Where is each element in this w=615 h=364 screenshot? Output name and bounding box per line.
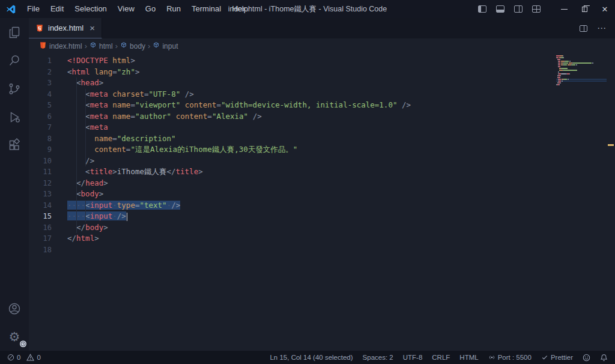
menu-terminal[interactable]: Terminal bbox=[186, 0, 226, 18]
minimap[interactable] bbox=[556, 55, 607, 88]
extensions-icon[interactable] bbox=[0, 131, 29, 159]
code-line-4[interactable]: <meta charset="UTF-8" /> bbox=[67, 89, 615, 100]
encoding-label: UTF-8 bbox=[403, 354, 423, 361]
line-number: 2 bbox=[29, 67, 67, 78]
close-window-button[interactable]: ✕ bbox=[595, 0, 615, 18]
status-bar: 0 0 Ln 15, Col 14 (40 selected)Spaces: 2… bbox=[0, 351, 615, 364]
notifications-bell-icon[interactable] bbox=[600, 354, 608, 362]
minimap-line bbox=[556, 75, 607, 76]
code-line-2[interactable]: <html lang="zh"> bbox=[67, 67, 615, 78]
code-line-14[interactable]: ····<input·type="text"·/> bbox=[67, 200, 615, 211]
breadcrumb-item-input[interactable]: input bbox=[153, 41, 178, 50]
html-file-icon bbox=[39, 41, 47, 51]
line-number: 12 bbox=[29, 178, 67, 189]
tab-bar: index.html × ⋯ bbox=[29, 18, 615, 38]
indentation[interactable]: Spaces: 2 bbox=[363, 354, 393, 361]
line-number: 6 bbox=[29, 111, 67, 123]
code-line-3[interactable]: <head> bbox=[67, 77, 615, 89]
code-line-13[interactable]: <body> bbox=[67, 189, 615, 200]
code-line-12[interactable]: </head> bbox=[67, 178, 615, 189]
breadcrumb-item-html[interactable]: html bbox=[89, 41, 113, 50]
line-number: 14 bbox=[29, 200, 67, 211]
toggle-panel-icon[interactable] bbox=[496, 5, 504, 13]
split-editor-icon[interactable] bbox=[580, 25, 587, 32]
code-line-15[interactable]: ····<input·/> bbox=[67, 211, 615, 222]
code-line-5[interactable]: <meta name="viewport" content="width=dev… bbox=[67, 100, 615, 111]
customize-layout-icon[interactable] bbox=[532, 5, 541, 13]
toggle-primary-sidebar-icon[interactable] bbox=[478, 5, 486, 13]
minimap-line bbox=[556, 66, 607, 67]
indent-guide bbox=[76, 77, 77, 233]
more-actions-icon[interactable]: ⋯ bbox=[597, 23, 607, 34]
code-line-7[interactable]: <meta bbox=[67, 122, 615, 133]
restore-button[interactable] bbox=[574, 0, 595, 18]
code-line-1[interactable]: <!DOCTYPE html> bbox=[67, 55, 615, 67]
language-mode-label: HTML bbox=[459, 354, 478, 361]
indent-guide bbox=[85, 89, 86, 167]
menu-edit[interactable]: Edit bbox=[45, 0, 69, 18]
modified-lines-marker bbox=[608, 144, 614, 146]
live-server-port[interactable]: Port : 5500 bbox=[488, 354, 532, 361]
run-debug-icon[interactable] bbox=[0, 103, 29, 131]
eol[interactable]: CRLF bbox=[432, 354, 450, 361]
warning-icon bbox=[26, 354, 34, 361]
errors-indicator: 0 bbox=[7, 354, 20, 361]
minimap-line bbox=[556, 70, 607, 71]
line-number: 17 bbox=[29, 233, 67, 244]
code-line-18[interactable] bbox=[67, 244, 615, 256]
problems-status[interactable]: 0 0 bbox=[7, 354, 41, 361]
breadcrumb-label: html bbox=[99, 42, 113, 50]
menu-go[interactable]: Go bbox=[140, 0, 161, 18]
cursor-position-label: Ln 15, Col 14 (40 selected) bbox=[270, 354, 353, 361]
minimap-line bbox=[556, 64, 607, 65]
search-icon[interactable] bbox=[0, 46, 29, 74]
status-right: Ln 15, Col 14 (40 selected)Spaces: 2UTF-… bbox=[270, 354, 608, 362]
source-control-icon[interactable] bbox=[0, 74, 29, 103]
menu-run[interactable]: Run bbox=[161, 0, 186, 18]
symbol-tag-icon bbox=[89, 41, 97, 50]
broadcast-icon bbox=[488, 354, 495, 361]
minimize-button[interactable] bbox=[554, 0, 574, 18]
tab-index-html[interactable]: index.html × bbox=[29, 18, 102, 38]
toggle-secondary-sidebar-icon[interactable] bbox=[514, 5, 523, 13]
cursor-position[interactable]: Ln 15, Col 14 (40 selected) bbox=[270, 354, 353, 361]
minimap-line bbox=[556, 80, 607, 82]
breadcrumb-label: input bbox=[162, 42, 178, 50]
settings-button[interactable]: ⚙ bbox=[0, 323, 29, 351]
eol-label: CRLF bbox=[432, 354, 450, 361]
minimap-line bbox=[556, 71, 607, 73]
encoding[interactable]: UTF-8 bbox=[403, 354, 423, 361]
minimap-line bbox=[556, 57, 607, 58]
menu-file[interactable]: File bbox=[22, 0, 45, 18]
minimap-line bbox=[556, 55, 607, 56]
feedback-smiley-icon[interactable] bbox=[583, 354, 590, 362]
menu-view[interactable]: View bbox=[112, 0, 140, 18]
breadcrumb-item-index-html[interactable]: index.html bbox=[39, 41, 82, 51]
indentation-label: Spaces: 2 bbox=[363, 354, 393, 361]
minimap-line bbox=[556, 77, 607, 78]
code-line-17[interactable]: </html> bbox=[67, 233, 615, 244]
accounts-icon[interactable] bbox=[0, 294, 29, 323]
code-line-8[interactable]: name="description" bbox=[67, 133, 615, 145]
window-controls: ✕ bbox=[478, 0, 615, 18]
minimap-line bbox=[556, 82, 607, 83]
html-file-icon bbox=[35, 24, 44, 32]
breadcrumb-item-body[interactable]: body bbox=[120, 41, 145, 50]
code-line-11[interactable]: <title>iThome鐵人賽</title> bbox=[67, 166, 615, 178]
prettier[interactable]: Prettier bbox=[541, 354, 573, 361]
close-tab-icon[interactable]: × bbox=[89, 23, 95, 32]
code-line-9[interactable]: content="這是Alexia的iThome鐵人賽,30天發文作品。" bbox=[67, 144, 615, 156]
gutter: 123456789101112131415161718 bbox=[29, 53, 67, 351]
line-number: 13 bbox=[29, 189, 67, 200]
line-number: 4 bbox=[29, 89, 67, 100]
line-number: 10 bbox=[29, 156, 67, 167]
overview-ruler[interactable] bbox=[607, 53, 615, 351]
menu-bar: FileEditSelectionViewGoRunTerminalHelp bbox=[22, 0, 253, 18]
menu-selection[interactable]: Selection bbox=[69, 0, 112, 18]
code-line-6[interactable]: <meta name="author" content="Alexia" /> bbox=[67, 111, 615, 123]
code-line-16[interactable]: </body> bbox=[67, 222, 615, 234]
language-mode[interactable]: HTML bbox=[459, 354, 478, 361]
code-line-10[interactable]: /> bbox=[67, 156, 615, 167]
explorer-icon[interactable] bbox=[0, 18, 29, 46]
line-number: 8 bbox=[29, 133, 67, 145]
